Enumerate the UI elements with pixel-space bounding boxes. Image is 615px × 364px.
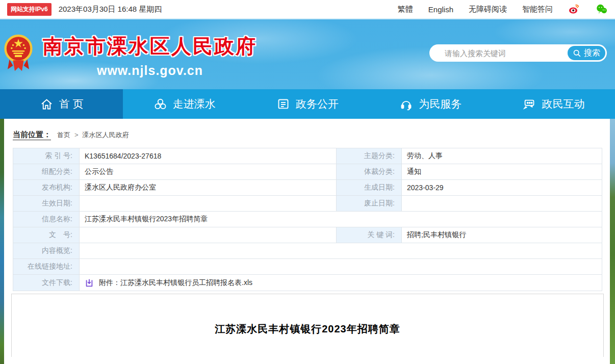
group-category-value: 公示公告 [80, 164, 337, 180]
table-row: 生效日期: 废止日期: [13, 196, 602, 212]
issuing-agency-value: 溧水区人民政府办公室 [80, 180, 337, 196]
info-name-label: 信息名称: [13, 212, 80, 227]
lang-english-link[interactable]: English [428, 5, 453, 14]
accessibility-link[interactable]: 无障碍阅读 [469, 5, 507, 14]
ipv6-badge: 网站支持IPv6 [7, 3, 52, 16]
site-title-block: 南京市溧水区人民政府 www.njls.gov.cn [43, 33, 257, 78]
generate-date-value: 2023-03-29 [402, 180, 602, 196]
file-download-label: 文件下载: [13, 275, 80, 291]
index-number-value: K13651684/2023-27618 [80, 148, 337, 164]
genre-category-label: 体裁分类: [337, 164, 402, 180]
effective-date-label: 生效日期: [13, 196, 80, 212]
topic-category-label: 主题分类: [337, 148, 402, 164]
document-metadata-table: 索 引 号: K13651684/2023-27618 主题分类: 劳动、人事 … [13, 148, 602, 291]
online-link-label: 在线链接地址: [13, 259, 80, 275]
search-icon [573, 49, 581, 58]
search-box: 搜索 [429, 44, 607, 62]
topic-category-value: 劳动、人事 [402, 148, 602, 164]
site-logo-home-link[interactable]: 南京市溧水区人民政府 www.njls.gov.cn [4, 33, 257, 78]
weibo-icon[interactable] [568, 3, 580, 15]
nav-item-about-lishui[interactable]: 走进溧水 [123, 89, 246, 119]
background-photo-strip-left [0, 119, 4, 364]
page: 网站支持IPv6 2023年03月30日 16:48 星期四 繁體 Englis… [0, 0, 615, 364]
attachment-link[interactable]: 附件：江苏溧水民丰村镇银行员工招聘报名表.xls [99, 278, 252, 288]
chat-icon [522, 97, 536, 111]
article-container: 江苏溧水民丰村镇银行2023年招聘简章 [11, 294, 604, 357]
table-row: 文件下载: 附件：江苏溧水民丰村镇银行员工招聘报名表.xls [13, 275, 602, 291]
file-download-cell: 附件：江苏溧水民丰村镇银行员工招聘报名表.xls [80, 275, 602, 291]
table-row: 在线链接地址: [13, 259, 602, 275]
nav-item-public-services[interactable]: 为民服务 [369, 89, 492, 119]
doc-number-label: 文 号: [13, 227, 80, 243]
breadcrumb-prefix: 当前位置： [13, 130, 51, 140]
table-row: 内容概览: [13, 243, 602, 259]
main-nav: 首 页 走进溧水 政务公开 [0, 89, 615, 119]
national-emblem-icon [4, 33, 33, 74]
content-overview-value [80, 243, 602, 259]
nav-item-interaction[interactable]: 政民互动 [492, 89, 615, 119]
topbar-links: 繁體 English 无障碍阅读 智能答问 [398, 3, 608, 15]
keywords-label: 关 键 词: [337, 227, 402, 243]
search-input[interactable] [429, 44, 562, 62]
top-utility-bar: 网站支持IPv6 2023年03月30日 16:48 星期四 繁體 Englis… [0, 0, 615, 19]
search-button-label: 搜索 [584, 48, 600, 59]
doc-number-value [80, 227, 337, 243]
group-category-label: 组配分类: [13, 164, 80, 180]
headset-icon [399, 97, 413, 111]
content-overview-label: 内容概览: [13, 243, 80, 259]
article-title: 江苏溧水民丰村镇银行2023年招聘简章 [12, 294, 603, 336]
table-row: 信息名称: 江苏溧水民丰村镇银行2023年招聘简章 [13, 212, 602, 227]
search-button[interactable]: 搜索 [568, 46, 605, 60]
document-icon [276, 97, 290, 111]
nav-label: 政务公开 [296, 97, 339, 111]
genre-category-value: 通知 [402, 164, 602, 180]
breadcrumb-home-link[interactable]: 首页 [57, 131, 70, 140]
site-title: 南京市溧水区人民政府 [43, 33, 257, 60]
datetime-text: 2023年03月30日 16:48 星期四 [59, 5, 162, 14]
table-row: 索 引 号: K13651684/2023-27618 主题分类: 劳动、人事 [13, 148, 602, 164]
table-row: 文 号: 关 键 词: 招聘;民丰村镇银行 [13, 227, 602, 243]
nav-item-gov-disclosure[interactable]: 政务公开 [246, 89, 369, 119]
nav-label: 为民服务 [419, 97, 462, 111]
breadcrumb-current[interactable]: 溧水区人民政府 [83, 131, 129, 140]
smart-qa-link[interactable]: 智能答问 [522, 5, 553, 14]
background-photo-strip-right [610, 119, 615, 364]
breadcrumb-separator: > [74, 131, 79, 139]
wechat-icon[interactable] [596, 3, 608, 15]
content-area: 当前位置： 首页 > 溧水区人民政府 索 引 号: K13651684/2023… [4, 119, 610, 364]
abolish-date-label: 废止日期: [337, 196, 402, 212]
download-icon [85, 278, 94, 288]
info-name-value: 江苏溧水民丰村镇银行2023年招聘简章 [80, 212, 602, 227]
site-url: www.njls.gov.cn [43, 63, 257, 78]
lang-traditional-link[interactable]: 繁體 [398, 5, 413, 14]
site-header: 南京市溧水区人民政府 www.njls.gov.cn 搜索 [0, 19, 615, 89]
nav-item-home[interactable]: 首 页 [0, 89, 123, 119]
issuing-agency-label: 发布机构: [13, 180, 80, 196]
keywords-value: 招聘;民丰村镇银行 [402, 227, 602, 243]
table-row: 发布机构: 溧水区人民政府办公室 生成日期: 2023-03-29 [13, 180, 602, 196]
nav-label: 政民互动 [542, 97, 584, 111]
breadcrumb: 当前位置： 首页 > 溧水区人民政府 [4, 119, 610, 148]
online-link-value [80, 259, 602, 275]
home-icon [40, 97, 54, 111]
index-number-label: 索 引 号: [13, 148, 80, 164]
nav-label: 首 页 [59, 97, 84, 111]
sprout-icon [153, 97, 167, 111]
generate-date-label: 生成日期: [337, 180, 402, 196]
effective-date-value [80, 196, 337, 212]
nav-label: 走进溧水 [173, 97, 216, 111]
table-row: 组配分类: 公示公告 体裁分类: 通知 [13, 164, 602, 180]
abolish-date-value [402, 196, 602, 212]
